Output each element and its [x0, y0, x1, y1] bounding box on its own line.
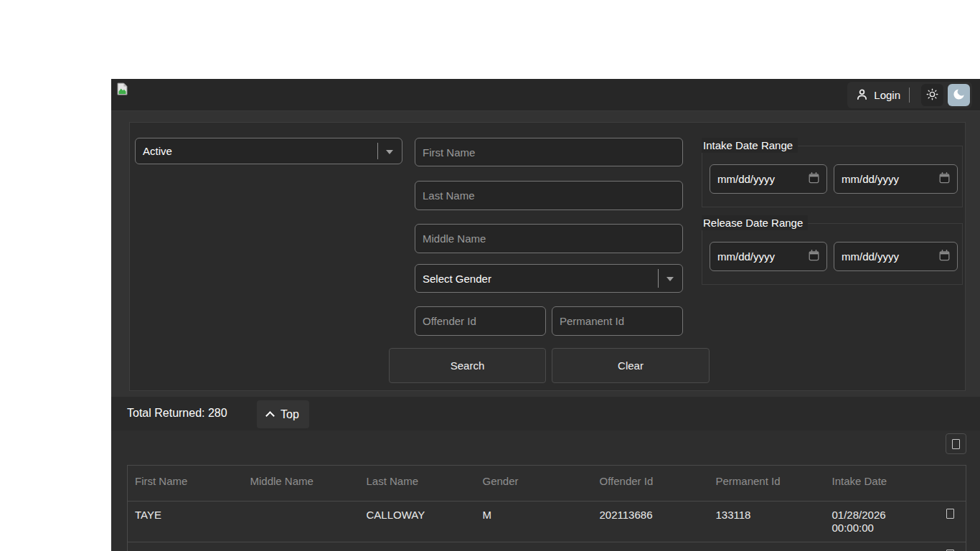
- cell-gender: M: [476, 501, 593, 542]
- col-header-row-actions: [935, 466, 966, 501]
- table-header-row: First Name Middle Name Last Name Gender …: [128, 466, 966, 501]
- topbar: Login: [111, 79, 980, 111]
- cell-middle-name: WAYNE: [243, 542, 359, 551]
- login-button[interactable]: Login: [856, 88, 900, 103]
- cell-permanent-id: 3057: [709, 542, 825, 551]
- cell-offender-id: 202113686: [593, 501, 709, 542]
- gender-select[interactable]: Select Gender: [415, 264, 683, 293]
- scroll-to-top-button[interactable]: Top: [257, 400, 309, 428]
- broken-image-icon: [117, 83, 128, 98]
- sun-icon: [925, 88, 939, 103]
- top-button-label: Top: [281, 408, 299, 421]
- cell-first-name: ERIK: [128, 542, 243, 551]
- release-date-range-group: Release Date Range mm/dd/yyyy mm/dd/yyyy: [702, 223, 963, 285]
- last-name-input[interactable]: [415, 181, 683, 210]
- table-expand-button[interactable]: [946, 433, 966, 454]
- total-returned-count: 280: [208, 407, 227, 419]
- search-button[interactable]: Search: [389, 348, 546, 383]
- cell-middle-name: [243, 501, 359, 542]
- date-placeholder: mm/dd/yyyy: [717, 173, 775, 185]
- date-placeholder: mm/dd/yyyy: [842, 250, 899, 263]
- clear-button[interactable]: Clear: [552, 348, 710, 383]
- cell-last-name: DUNCAN: [359, 542, 476, 551]
- total-returned: Total Returned: 280: [127, 407, 227, 420]
- cell-offender-id: 202113684: [593, 542, 709, 551]
- cell-gender: M: [476, 542, 593, 551]
- col-header-offender-id: Offender Id: [593, 466, 709, 501]
- col-header-permanent-id: Permanent Id: [709, 466, 825, 501]
- cell-first-name: TAYE: [128, 501, 243, 542]
- square-icon: [952, 439, 960, 449]
- date-placeholder: mm/dd/yyyy: [842, 173, 899, 185]
- gender-select-value: Select Gender: [423, 273, 491, 285]
- calendar-icon: [809, 250, 819, 263]
- select-divider: [658, 269, 659, 288]
- search-panel: Active Select Gender Search Clear Intake…: [129, 122, 966, 391]
- calendar-icon: [809, 172, 819, 186]
- col-header-intake-date: Intake Date: [825, 466, 935, 501]
- table-row[interactable]: TAYE CALLOWAY M 202113686 133118 01/28/2…: [128, 501, 966, 542]
- calendar-icon: [939, 172, 950, 186]
- intake-date-to-input[interactable]: mm/dd/yyyy: [834, 164, 958, 194]
- release-date-to-input[interactable]: mm/dd/yyyy: [834, 242, 958, 271]
- results-table: First Name Middle Name Last Name Gender …: [127, 465, 966, 551]
- cell-permanent-id: 133118: [709, 501, 825, 542]
- cell-row-action[interactable]: [935, 542, 966, 551]
- results-table-area: First Name Middle Name Last Name Gender …: [111, 430, 980, 551]
- date-placeholder: mm/dd/yyyy: [717, 250, 775, 263]
- col-header-last-name: Last Name: [359, 466, 476, 501]
- calendar-icon: [939, 250, 950, 263]
- select-divider: [377, 143, 378, 159]
- dark-mode-button[interactable]: [948, 84, 970, 106]
- permanent-id-input[interactable]: [552, 306, 683, 336]
- intake-date-from-input[interactable]: mm/dd/yyyy: [710, 164, 827, 194]
- topbar-divider: [909, 88, 910, 103]
- offender-id-input[interactable]: [415, 306, 546, 336]
- account-group: Login: [847, 82, 972, 108]
- cell-intake-date: 01/28/2026 00:00:00: [825, 501, 935, 542]
- release-date-range-label: Release Date Range: [702, 215, 808, 230]
- login-label: Login: [874, 89, 900, 101]
- square-icon: [946, 509, 954, 519]
- status-select[interactable]: Active: [135, 138, 402, 164]
- cell-last-name: CALLOWAY: [359, 501, 476, 542]
- first-name-input[interactable]: [415, 138, 683, 166]
- chevron-down-icon: [386, 150, 393, 154]
- table-row[interactable]: ERIK WAYNE DUNCAN M 202113684 3057 01/28…: [128, 542, 966, 551]
- chevron-up-icon: [265, 411, 275, 420]
- status-select-value: Active: [143, 145, 172, 157]
- intake-date-range-group: Intake Date Range mm/dd/yyyy mm/dd/yyyy: [702, 146, 963, 207]
- cell-intake-date: 01/28/2026: [825, 542, 935, 551]
- col-header-middle-name: Middle Name: [243, 466, 359, 501]
- user-icon: [856, 88, 868, 103]
- col-header-gender: Gender: [476, 466, 593, 501]
- col-header-first-name: First Name: [128, 466, 243, 501]
- intake-date-range-label: Intake Date Range: [702, 138, 798, 153]
- moon-icon: [952, 88, 966, 103]
- middle-name-input[interactable]: [415, 224, 683, 253]
- light-mode-button[interactable]: [921, 84, 943, 106]
- cell-row-action[interactable]: [935, 501, 966, 542]
- results-summary-bar: Total Returned: 280 Top: [111, 397, 980, 430]
- release-date-from-input[interactable]: mm/dd/yyyy: [710, 242, 827, 271]
- total-returned-label: Total Returned:: [127, 407, 205, 419]
- results-section: Total Returned: 280 Top First: [111, 397, 980, 551]
- chevron-down-icon: [666, 277, 674, 281]
- app-window: Login: [111, 79, 980, 551]
